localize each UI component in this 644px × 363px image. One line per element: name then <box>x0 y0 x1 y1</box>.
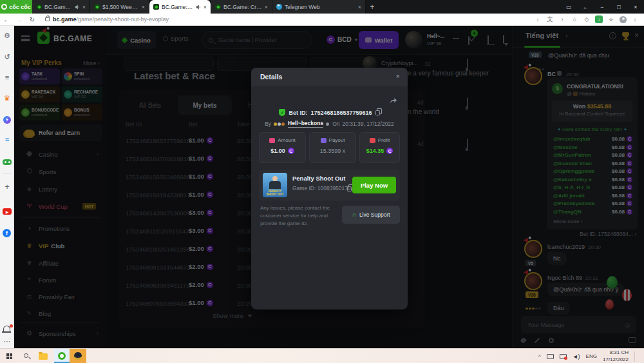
tray-expand-icon[interactable]: ^ <box>538 353 541 359</box>
forward-icon[interactable]: → <box>13 16 26 23</box>
tab-close-icon[interactable]: × <box>142 4 145 10</box>
gamepad-dot <box>8 161 10 163</box>
new-tab-button[interactable]: + <box>366 0 379 14</box>
bcgame-favicon <box>153 4 159 10</box>
goalkeeper-figure <box>272 176 278 181</box>
language-indicator[interactable]: ENG <box>586 353 597 359</box>
tab-bcgame-active[interactable]: BC.Game: Crypto Casino × <box>149 0 211 14</box>
wave-app-icon[interactable]: ≈ <box>0 135 14 143</box>
clock[interactable]: 8:31 CH 17/12/2022 <box>603 349 629 363</box>
play-now-button[interactable]: Play Now <box>352 177 396 193</box>
bookmark-star-icon[interactable]: ☆ <box>571 16 578 23</box>
share-icon[interactable] <box>389 97 397 104</box>
stat-amount: Amount $1.00C <box>259 132 306 163</box>
screen: cốc cốc BC.Game: Crypto Casino × $1,500 … <box>0 0 644 363</box>
bet-by-line: By Hell~beckons On 20:31:39, 17/12/2022 <box>251 120 408 128</box>
tab-telegram[interactable]: Telegram Web × <box>272 0 366 14</box>
url-text[interactable]: bc.game/game/penalty-shoot-out-by-evopla… <box>53 16 169 23</box>
bcgame-favicon <box>36 4 42 10</box>
browser-addressbar: ← → ↻ bc.game/game/penalty-shoot-out-by-… <box>0 14 644 26</box>
app-glyph <box>74 352 82 360</box>
goalkeeper-torso <box>269 181 281 189</box>
start-button[interactable] <box>6 353 12 359</box>
tab-close-icon[interactable]: × <box>265 4 268 10</box>
bet-id-label: Bet ID: <box>289 110 307 116</box>
bet-username[interactable]: Hell~beckons <box>288 120 323 128</box>
user-medals <box>274 121 285 127</box>
bet-datetime: 20:31:39, 17/12/2022 <box>342 121 393 127</box>
bcgame-site: BC.GAME My VIP Perks More › TASKunlocked… <box>14 26 644 348</box>
lock-icon[interactable] <box>45 17 50 21</box>
verified-shield-icon: ✓ <box>279 109 285 116</box>
file-explorer-icon[interactable] <box>39 353 48 360</box>
more-options-icon[interactable]: ⋯ <box>0 337 14 346</box>
stat-payout: Payout 15.3599 x <box>309 132 356 163</box>
headset-icon: ∩ <box>352 211 356 218</box>
window-minimize-button[interactable]: − <box>594 4 611 10</box>
notification-bell-icon[interactable] <box>3 326 10 331</box>
bcgame-favicon <box>215 4 221 10</box>
coccoc-edge-sidebar: ⚙ ↺ ≡ ♛ ≈ + ▶ f ⋯ <box>0 26 14 348</box>
hot-news-icon[interactable]: ♛ <box>0 94 14 103</box>
download-manager-icon[interactable]: ↓ <box>595 15 603 23</box>
tab-close-icon[interactable]: × <box>82 4 86 10</box>
coccoc-glyph <box>58 352 66 360</box>
support-note: Any issues, please contact the customer … <box>260 204 339 228</box>
profile-icon[interactable] <box>620 16 627 23</box>
modal-header: Details × <box>251 68 408 86</box>
messenger-icon[interactable] <box>3 116 11 124</box>
coccoc-logo-text: cốc cốc <box>9 4 31 10</box>
profit-icon <box>370 138 375 143</box>
taskbar-coccoc-icon[interactable] <box>54 349 70 363</box>
window-close-button[interactable]: × <box>627 4 644 10</box>
copy-icon[interactable] <box>347 186 352 191</box>
tab-close-icon[interactable]: × <box>358 4 361 10</box>
snapshot-icon[interactable]: ▭ <box>560 4 577 10</box>
display-icon[interactable] <box>547 354 554 359</box>
reload-icon[interactable]: ↻ <box>26 16 39 23</box>
tab-close-icon[interactable]: × <box>204 4 207 10</box>
youtube-icon[interactable]: ▶ <box>3 208 12 215</box>
share-icon[interactable]: › <box>558 16 566 23</box>
tray-time: 8:31 CH <box>603 349 629 356</box>
browser-tabbar: cốc cốc BC.Game: Crypto Casino × $1,500 … <box>0 0 644 14</box>
divider <box>3 173 12 173</box>
downloads-tray-icon[interactable]: ↓ <box>631 16 639 23</box>
live-support-button[interactable]: ∩ Live Support <box>342 206 400 224</box>
translate-icon[interactable]: 文 <box>546 15 554 24</box>
taskbar-tray: ^ ◄) ENG 8:31 CH 17/12/2022 <box>538 349 644 363</box>
volume-icon[interactable]: ◄) <box>573 353 580 360</box>
window-controls: ▭ ← − □ × <box>560 0 644 14</box>
tab-bcgame-1[interactable]: BC.Game: Crypto Casino × <box>32 0 90 14</box>
save-page-icon[interactable]: ↓ <box>534 16 542 23</box>
tab-bcgame-2[interactable]: BC.Game: Crypto Casino Ga × <box>211 0 272 14</box>
bet-id-value: 1752468186537759616 <box>310 110 372 116</box>
modal-close-icon[interactable]: × <box>396 72 400 80</box>
taskbar-search-icon[interactable] <box>24 353 28 358</box>
history-icon[interactable]: ↺ <box>0 53 14 61</box>
recording-icon[interactable] <box>560 354 567 359</box>
telegram-favicon <box>276 4 282 10</box>
tab-evoplay-promo[interactable]: $1,500 Weekend Evoplay Mu × <box>90 0 149 14</box>
back-icon[interactable]: ← <box>0 16 13 23</box>
taskbar-app-icon[interactable] <box>70 349 86 363</box>
window-maximize-button[interactable]: □ <box>611 4 627 10</box>
settings-gear-icon[interactable]: ⚙ <box>0 32 14 40</box>
revert-icon[interactable]: ← <box>577 4 594 10</box>
newsfeed-icon[interactable]: ≡ <box>0 74 14 81</box>
extensions-icon[interactable]: ⟡ <box>607 16 615 23</box>
adblock-shield-icon[interactable]: ◇ <box>583 16 591 23</box>
tab-audio-icon[interactable] <box>196 5 201 10</box>
add-shortcut-icon[interactable]: + <box>0 182 14 191</box>
show-desktop-divider[interactable] <box>634 351 635 362</box>
windows-taskbar: ^ ◄) ENG 8:31 CH 17/12/2022 <box>0 348 644 363</box>
game-thumbnail[interactable]: PENALTY SHOOT OUT <box>263 173 287 197</box>
games-gamepad-icon[interactable] <box>3 159 12 165</box>
tab-audio-icon[interactable] <box>75 5 80 10</box>
user-badge <box>326 121 330 127</box>
coccoc-menu-button[interactable]: cốc cốc <box>0 0 32 14</box>
facebook-icon[interactable]: f <box>3 229 11 237</box>
copy-icon[interactable] <box>375 110 380 115</box>
bet-details-modal: Details × ✓ Bet ID: 1752468186537759616 … <box>251 68 408 309</box>
gamepad-dot <box>5 161 6 163</box>
